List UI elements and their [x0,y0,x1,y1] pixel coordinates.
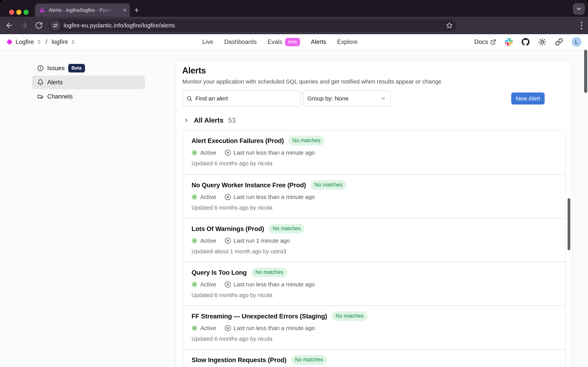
new-tab-button[interactable]: + [134,6,139,14]
alert-list: Alert Execution Failures (Prod) No match… [182,130,566,367]
url-text[interactable]: logfire-eu.pydantic.info/logfire/logfire… [64,22,446,29]
user-avatar[interactable]: L [572,37,581,47]
tab-title: Alerts · logfire/logfire · Pydant [49,7,113,13]
theme-toggle-sun-icon[interactable] [538,38,546,46]
play-circle-icon [224,150,231,156]
alert-row[interactable]: No Query Worker Instance Free (Prod) No … [183,174,565,218]
active-status-dot-icon [192,150,197,156]
app-header: Logfire / logfire Live Dashboards Evals … [0,34,588,50]
bookmark-star-icon[interactable] [446,22,453,29]
page-subtitle: Monitor your application with scheduled … [182,78,566,85]
tab-close-icon[interactable]: × [123,7,126,13]
no-matches-badge: No matches [289,136,324,146]
breadcrumb-separator: / [46,38,47,45]
org-switcher[interactable]: Logfire [16,38,34,45]
sidebar-item-label: Channels [47,93,73,100]
zoom-window-button[interactable] [24,10,29,15]
play-circle-icon [224,325,231,332]
forward-button[interactable] [20,21,28,30]
new-alert-button[interactable]: New Alert [511,92,545,105]
evals-beta-badge: beta [285,38,300,46]
window-scrollbar-thumb[interactable] [584,50,587,93]
alert-title: Alert Execution Failures (Prod) [192,137,284,145]
alert-title: Lots Of Warnings (Prod) [192,225,264,233]
logfire-logo-icon [6,39,12,45]
browser-toolbar: logfire-eu.pydantic.info/logfire/logfire… [0,17,588,34]
chevron-down-icon [381,96,386,101]
alert-last-run: Last run less than a minute ago [234,325,315,332]
breadcrumb: Logfire / logfire [7,34,76,50]
sidebar-item-issues[interactable]: Issues Beta [32,63,145,74]
tab-title-fade [99,7,113,13]
alert-row[interactable]: Slow Ingestion Requests (Prod) No matche… [183,349,565,367]
header-actions: Docs L [474,34,581,50]
alert-status: Active [200,325,216,332]
tab-search-button[interactable] [573,3,585,15]
list-scrollbar-thumb[interactable] [568,198,570,250]
alert-row[interactable]: FF Streaming — Unexpected Errors (Stagin… [183,305,565,349]
external-link-icon [490,39,496,45]
bell-icon [37,79,44,86]
megaphone-icon [37,93,44,100]
no-matches-badge: No matches [332,311,367,321]
alert-updated: Updated 6 months ago by nicola [192,336,556,342]
browser-tab-strip: Alerts · logfire/logfire · Pydant × + [0,0,588,17]
sidebar-item-label: Issues [47,65,65,72]
play-circle-icon [224,194,231,200]
reload-button[interactable] [35,21,43,30]
alert-last-run: Last run 1 minute ago [234,237,290,244]
issues-beta-badge: Beta [68,64,85,73]
sidebar-item-channels[interactable]: Channels [32,91,145,102]
chevrons-up-down-icon[interactable] [71,40,76,44]
play-circle-icon [224,237,231,244]
group-by-select[interactable]: Group by: None [303,90,391,107]
alert-status: Active [200,150,216,156]
alert-last-run: Last run less than a minute ago [234,150,315,156]
group-label: All Alerts [194,116,223,124]
alert-title: FF Streaming — Unexpected Errors (Stagin… [192,313,327,320]
browser-menu-icon[interactable] [578,21,585,30]
no-matches-badge: No matches [311,180,346,190]
sidebar-item-alerts[interactable]: Alerts [32,75,145,89]
sidebar: Issues Beta Alerts Channels [32,63,145,102]
search-input[interactable] [196,95,296,102]
alert-title: No Query Worker Instance Free (Prod) [192,182,306,189]
page-title: Alerts [182,66,566,75]
slack-icon[interactable] [505,38,513,46]
sidebar-item-label: Alerts [47,79,63,86]
pydantic-favicon-icon [39,7,45,13]
page-content: Issues Beta Alerts Channels Alerts Monit… [0,50,588,367]
search-icon [187,96,192,101]
minimize-window-button[interactable] [16,10,21,15]
alert-updated: Updated 6 months ago by nicola [192,205,556,211]
nav-dashboards[interactable]: Dashboards [224,38,257,45]
no-matches-badge: No matches [269,224,305,234]
alert-row[interactable]: Query Is Too Long No matches Active Last… [183,262,565,305]
nav-live[interactable]: Live [202,38,213,45]
alert-search[interactable] [182,90,300,107]
project-switcher[interactable]: logfire [51,38,68,45]
back-button[interactable] [5,21,14,30]
active-status-dot-icon [192,194,197,200]
browser-tab[interactable]: Alerts · logfire/logfire · Pydant × [35,3,130,17]
alert-row[interactable]: Alert Execution Failures (Prod) No match… [183,131,565,174]
active-status-dot-icon [192,282,197,287]
github-icon[interactable] [521,38,530,46]
chevrons-up-down-icon[interactable] [37,40,42,44]
nav-explore[interactable]: Explore [337,38,358,45]
nav-evals[interactable]: Evals beta [268,38,300,46]
alert-title: Slow Ingestion Requests (Prod) [192,356,286,364]
group-count: 53 [228,116,236,124]
url-bar[interactable]: logfire-eu.pydantic.info/logfire/logfire… [49,19,457,32]
alert-row[interactable]: Lots Of Warnings (Prod) No matches Activ… [183,218,565,262]
all-alerts-group-header[interactable]: All Alerts 53 [182,115,566,125]
share-link-icon[interactable] [555,38,563,46]
site-settings-icon[interactable] [50,20,60,31]
close-window-button[interactable] [9,10,14,15]
chevron-right-icon[interactable] [183,117,189,123]
docs-link[interactable]: Docs [474,38,496,45]
alert-updated: Updated 6 months ago by nicola [192,292,556,298]
app-nav: Live Dashboards Evals beta Alerts Explor… [202,34,358,50]
alert-updated: Updated 6 months ago by nicola [192,160,556,167]
nav-alerts[interactable]: Alerts [311,38,326,45]
